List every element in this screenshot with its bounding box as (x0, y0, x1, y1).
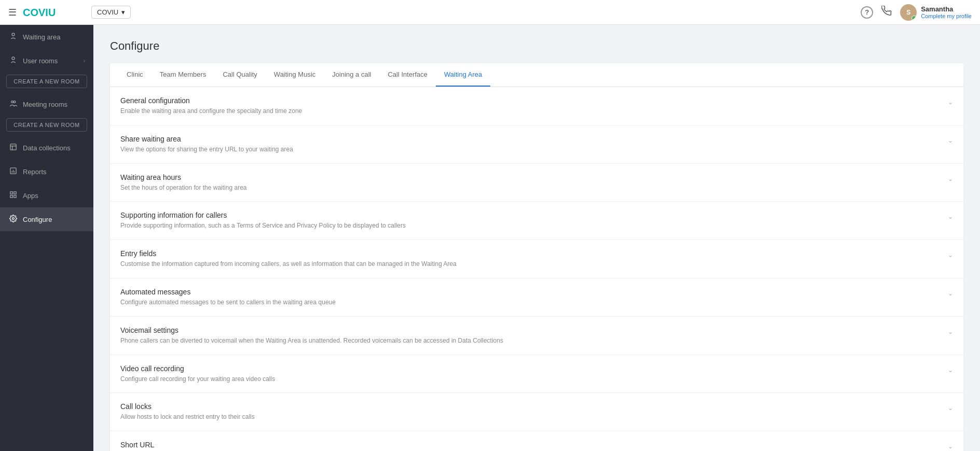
section-call-locks[interactable]: Call locks Allow hosts to lock and restr… (110, 393, 963, 431)
section-text-waiting-area-hours: Waiting area hours Set the hours of oper… (120, 173, 940, 192)
svg-rect-8 (13, 192, 16, 194)
section-desc-video-call-recording: Configure call recording for your waitin… (120, 375, 940, 384)
svg-point-11 (12, 218, 14, 220)
sidebar-item-waiting-area[interactable]: Waiting area (0, 25, 93, 49)
section-desc-entry-fields: Customise the information captured from … (120, 260, 940, 269)
svg-rect-9 (10, 195, 12, 198)
sidebar-label-user-rooms: User rooms (23, 57, 78, 65)
sidebar-item-configure[interactable]: Configure (0, 207, 93, 231)
data-collections-icon (8, 143, 18, 152)
section-title-call-locks: Call locks (120, 402, 940, 411)
tab-clinic[interactable]: Clinic (118, 63, 151, 87)
tab-waiting-area[interactable]: Waiting Area (436, 63, 490, 87)
section-title-automated-messages: Automated messages (120, 288, 940, 296)
section-chevron-icon-voicemail-settings: ⌄ (940, 326, 953, 335)
user-rooms-icon (8, 56, 18, 65)
section-desc-call-locks: Allow hosts to lock and restrict entry t… (120, 413, 940, 421)
section-title-supporting-information: Supporting information for callers (120, 211, 940, 219)
tab-waiting-music[interactable]: Waiting Music (266, 63, 324, 87)
section-title-video-call-recording: Video call recording (120, 364, 940, 373)
section-desc-voicemail-settings: Phone callers can be diverted to voicema… (120, 336, 940, 345)
section-chevron-icon-call-locks: ⌄ (940, 402, 953, 412)
svg-point-3 (11, 101, 13, 103)
svg-rect-10 (13, 195, 16, 198)
create-room-button-2[interactable]: CREATE A NEW ROOM (6, 118, 87, 132)
sidebar-item-apps[interactable]: Apps (0, 184, 93, 207)
svg-rect-5 (10, 144, 16, 150)
section-title-short-url: Short URL (120, 441, 940, 449)
svg-rect-7 (10, 192, 12, 194)
section-text-share-waiting-area: Share waiting area View the options for … (120, 135, 940, 154)
sidebar-item-data-collections[interactable]: Data collections (0, 136, 93, 160)
section-short-url[interactable]: Short URL View and configure the short U… (110, 431, 963, 451)
header-left: ☰ COVIU COVIU ▾ (8, 6, 131, 19)
sidebar-item-meeting-rooms[interactable]: Meeting rooms (0, 92, 93, 116)
meeting-rooms-icon (8, 100, 18, 109)
section-voicemail-settings[interactable]: Voicemail settings Phone callers can be … (110, 317, 963, 355)
user-info[interactable]: S Samantha Complete my profile (900, 4, 972, 21)
section-desc-automated-messages: Configure automated messages to be sent … (120, 298, 940, 307)
section-automated-messages[interactable]: Automated messages Configure automated m… (110, 278, 963, 317)
sidebar-label-apps: Apps (23, 192, 85, 200)
top-header: ☰ COVIU COVIU ▾ ? S Samantha Complete my… (0, 0, 980, 25)
section-text-supporting-information: Supporting information for callers Provi… (120, 211, 940, 230)
section-desc-general-configuration: Enable the waiting area and configure th… (120, 107, 940, 116)
sections-container: General configuration Enable the waiting… (110, 87, 963, 451)
user-text: Samantha Complete my profile (921, 5, 972, 19)
page-title: Configure (110, 39, 963, 53)
section-title-waiting-area-hours: Waiting area hours (120, 173, 940, 181)
section-desc-supporting-information: Provide supporting information, such as … (120, 221, 940, 230)
user-rooms-arrow-icon: › (84, 58, 85, 64)
tab-call-quality[interactable]: Call Quality (214, 63, 265, 87)
section-chevron-icon-share-waiting-area: ⌄ (940, 135, 953, 144)
section-text-short-url: Short URL View and configure the short U… (120, 441, 940, 451)
section-chevron-icon-entry-fields: ⌄ (940, 249, 953, 259)
tab-joining-a-call[interactable]: Joining a call (324, 63, 379, 87)
section-general-configuration[interactable]: General configuration Enable the waiting… (110, 87, 963, 125)
section-chevron-icon-supporting-information: ⌄ (940, 211, 953, 220)
sidebar: Waiting area User rooms › CREATE A NEW R… (0, 25, 93, 451)
section-waiting-area-hours[interactable]: Waiting area hours Set the hours of oper… (110, 164, 963, 202)
apps-icon (8, 191, 18, 200)
org-selector[interactable]: COVIU ▾ (91, 6, 131, 19)
phone-icon[interactable] (881, 6, 892, 19)
section-chevron-icon-general-configuration: ⌄ (940, 96, 953, 106)
sidebar-item-reports[interactable]: Reports (0, 160, 93, 184)
sidebar-label-reports: Reports (23, 168, 85, 176)
sidebar-item-user-rooms[interactable]: User rooms › (0, 49, 93, 73)
sidebar-label-configure: Configure (23, 216, 85, 223)
configure-icon (8, 215, 18, 224)
section-video-call-recording[interactable]: Video call recording Configure call reco… (110, 355, 963, 393)
svg-text:COVIU: COVIU (23, 7, 56, 18)
section-title-share-waiting-area: Share waiting area (120, 135, 940, 143)
section-title-general-configuration: General configuration (120, 96, 940, 105)
section-title-voicemail-settings: Voicemail settings (120, 326, 940, 334)
section-chevron-icon-automated-messages: ⌄ (940, 288, 953, 297)
create-room-button-1[interactable]: CREATE A NEW ROOM (6, 75, 87, 88)
section-entry-fields[interactable]: Entry fields Customise the information c… (110, 240, 963, 278)
section-supporting-information[interactable]: Supporting information for callers Provi… (110, 202, 963, 240)
section-title-entry-fields: Entry fields (120, 249, 940, 258)
help-icon[interactable]: ? (861, 6, 873, 19)
section-chevron-icon-short-url: ⌄ (940, 441, 953, 450)
section-share-waiting-area[interactable]: Share waiting area View the options for … (110, 125, 963, 164)
section-text-call-locks: Call locks Allow hosts to lock and restr… (120, 402, 940, 421)
svg-point-1 (12, 33, 15, 36)
tabs-bar: ClinicTeam MembersCall QualityWaiting Mu… (110, 63, 963, 87)
org-name: COVIU (97, 8, 118, 16)
main-content: Configure ClinicTeam MembersCall Quality… (93, 25, 980, 451)
user-name: Samantha (921, 5, 972, 13)
tab-call-interface[interactable]: Call Interface (379, 63, 436, 87)
user-profile-link[interactable]: Complete my profile (921, 13, 972, 19)
hamburger-menu-icon[interactable]: ☰ (8, 7, 17, 18)
tab-team-members[interactable]: Team Members (151, 63, 215, 87)
app-body: Waiting area User rooms › CREATE A NEW R… (0, 25, 980, 451)
section-text-voicemail-settings: Voicemail settings Phone callers can be … (120, 326, 940, 345)
avatar: S (900, 4, 917, 21)
org-chevron-icon: ▾ (121, 8, 125, 16)
section-desc-waiting-area-hours: Set the hours of operation for the waiti… (120, 184, 940, 192)
config-panel: ClinicTeam MembersCall QualityWaiting Mu… (110, 63, 963, 451)
section-text-entry-fields: Entry fields Customise the information c… (120, 249, 940, 269)
waiting-area-icon (8, 32, 18, 41)
online-badge (912, 16, 917, 21)
